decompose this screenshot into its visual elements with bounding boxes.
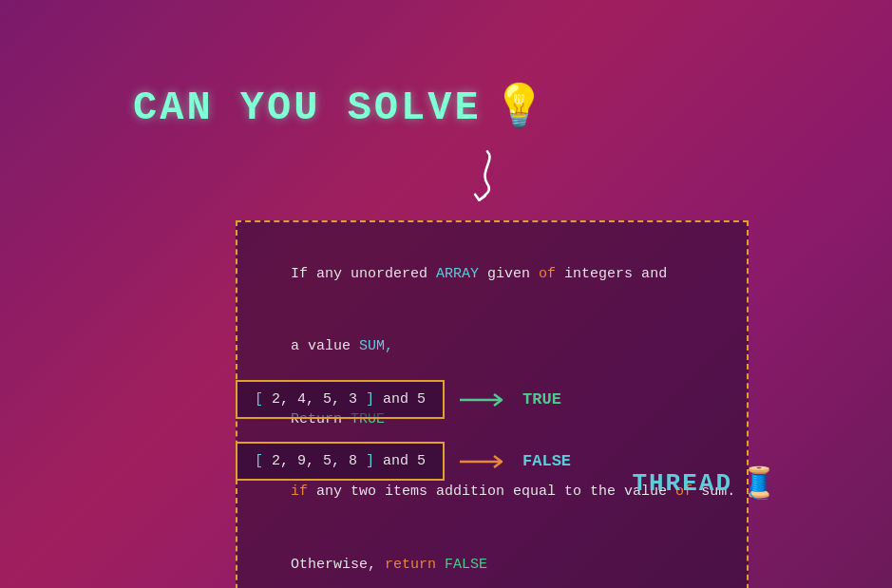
result-true: TRUE [522,390,561,408]
result-false: FALSE [522,452,571,470]
arrow-icon-1 [460,390,507,409]
example-input-1: [ 2, 4, 5, 3 ] and 5 [236,380,445,419]
arrow-icon-2 [460,452,507,471]
page-title: CAN YOU SOLVE [133,85,482,131]
example-row-1: [ 2, 4, 5, 3 ] and 5 TRUE [236,380,561,419]
code-line-5: Otherwise, return FALSE [256,528,728,588]
thread-label: THREAD [632,469,732,498]
swirl-decoration [464,147,511,209]
code-line-1: If any unordered ARRAY given of integers… [256,237,728,311]
example-input-2: [ 2, 9, 5, 8 ] and 5 [236,442,445,481]
lightbulb-icon: 💡 [493,87,545,129]
example-row-2: [ 2, 9, 5, 8 ] and 5 FALSE [236,442,571,481]
thread-branding: THREAD 🧵 [632,465,778,503]
code-line-2: a value SUM, [256,311,728,384]
title-area: CAN YOU SOLVE 💡 [133,85,545,131]
thread-icon: 🧵 [740,465,778,503]
